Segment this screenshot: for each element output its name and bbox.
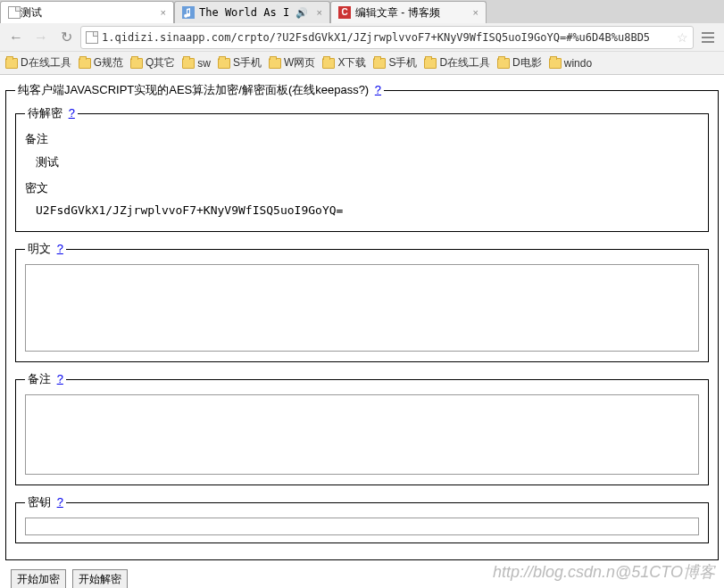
close-icon[interactable]: × [317,7,322,18]
decrypt-fieldset: 待解密 ? 备注 测试 密文 U2FsdGVkX1/JZjrwplvvoF7+K… [15,105,709,232]
folder-icon [497,58,510,69]
encrypt-button[interactable]: 开始加密 [11,569,66,588]
help-link[interactable]: ? [57,372,63,385]
folder-icon [218,58,230,69]
tab-test[interactable]: 测试 × [0,1,174,23]
folder-icon [549,58,562,69]
note-fieldset: 备注 ? [15,371,709,485]
main-fieldset: 纯客户端JAVASCRIPT实现的AES算法加密/解密面板(在线keepass?… [5,82,719,560]
help-link[interactable]: ? [375,83,381,96]
star-icon[interactable]: ☆ [677,30,688,45]
decrypt-button[interactable]: 开始解密 [72,569,128,588]
tab-world[interactable]: The World As I 🔊 × [174,1,330,23]
close-icon[interactable]: × [473,7,479,18]
bookmark[interactable]: S手机 [373,55,417,70]
note-label: 备注 [25,131,699,147]
bookmark[interactable]: Q其它 [130,55,175,70]
reload-button[interactable]: ↻ [55,27,77,48]
decrypt-legend: 待解密 ? [25,105,78,121]
brand-icon: C [338,6,351,19]
note2-legend: 备注 ? [25,371,66,387]
bookmark[interactable]: D电影 [497,55,542,70]
bookmark[interactable]: W网页 [269,55,315,70]
help-link[interactable]: ? [57,242,63,255]
browser-tabs: 测试 × The World As I 🔊 × C 编辑文章 - 博客频 × [0,0,724,23]
main-legend: 纯客户端JAVASCRIPT实现的AES算法加密/解密面板(在线keepass?… [15,82,384,98]
close-icon[interactable]: × [161,7,166,18]
page-icon [8,6,21,19]
folder-icon [322,58,335,69]
bookmark[interactable]: sw [182,57,211,70]
bookmark[interactable]: G规范 [79,55,123,70]
bookmark[interactable]: X下载 [322,55,366,70]
bookmark[interactable]: S手机 [218,55,262,70]
cipher-value: U2FsdGVkX1/JZjrwplvvoF7+KNyV9WfISQ5uoI9G… [25,196,699,224]
page-icon [86,31,98,44]
browser-toolbar: ← → ↻ ☆ [0,23,724,52]
plain-fieldset: 明文 ? [15,241,709,362]
key-fieldset: 密钥 ? [15,494,709,543]
folder-icon [79,58,91,69]
audio-icon[interactable]: 🔊 [295,7,308,19]
cipher-label: 密文 [25,180,699,196]
menu-button[interactable] [697,27,719,48]
bookmark[interactable]: windo [549,57,592,70]
key-input[interactable] [25,518,699,535]
music-icon [182,6,195,19]
bookmark[interactable]: D在线工具 [5,55,71,70]
svg-rect-0 [182,6,195,19]
url-input[interactable] [102,31,677,44]
bookmarks-bar: D在线工具 G规范 Q其它 sw S手机 W网页 X下载 S手机 D在线工具 D… [0,52,724,75]
tab-label: 测试 [21,5,155,21]
help-link[interactable]: ? [69,106,75,120]
key-legend: 密钥 ? [25,494,66,510]
folder-icon [424,58,437,69]
folder-icon [182,58,195,69]
note-input[interactable] [25,394,699,475]
forward-button[interactable]: → [30,27,52,48]
tab-label: 编辑文章 - 博客频 [355,5,468,21]
folder-icon [130,58,143,69]
plaintext-input[interactable] [25,264,699,352]
tab-blog[interactable]: C 编辑文章 - 博客频 × [330,1,487,23]
bookmark[interactable]: D在线工具 [424,55,490,70]
address-bar[interactable]: ☆ [80,26,694,49]
back-button[interactable]: ← [5,27,27,48]
folder-icon [5,58,18,69]
folder-icon [269,58,281,69]
note-value: 测试 [25,147,699,178]
plain-legend: 明文 ? [25,241,66,257]
watermark: http://blog.csdn.n@51CTO博客 [493,561,715,583]
page-content: 纯客户端JAVASCRIPT实现的AES算法加密/解密面板(在线keepass?… [0,75,724,588]
help-link[interactable]: ? [57,495,63,509]
tab-label: The World As I [199,6,295,19]
folder-icon [373,58,386,69]
